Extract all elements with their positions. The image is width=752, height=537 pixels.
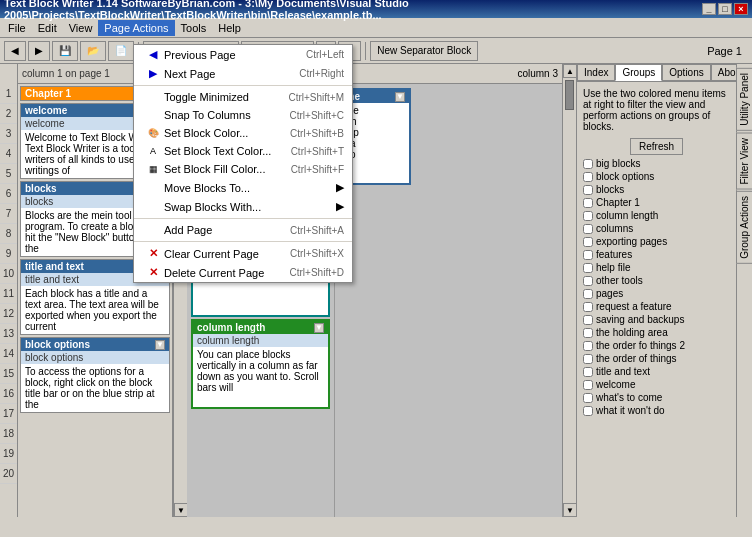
menu-swap-blocks[interactable]: Swap Blocks With... ▶ — [134, 197, 352, 216]
checkbox-help-file[interactable]: help file — [581, 261, 732, 274]
clear-page-label: Clear Current Page — [164, 248, 259, 260]
center-scrollbar: ▲ ▼ — [562, 64, 576, 517]
checkbox-holding-area[interactable]: the holding area — [581, 326, 732, 339]
checkbox-other-tools[interactable]: other tools — [581, 274, 732, 287]
row-num-6: 6 — [0, 184, 17, 204]
checkbox-big-blocks[interactable]: big blocks — [581, 157, 732, 170]
snap-shortcut: Ctrl+Shift+C — [290, 110, 344, 121]
row-num-2: 2 — [0, 104, 17, 124]
tab-options[interactable]: Options — [662, 64, 710, 81]
maximize-button[interactable]: □ — [718, 3, 732, 15]
previous-page-label: Previous Page — [164, 49, 236, 61]
row-num-20: 20 — [0, 464, 17, 484]
checkbox-column-length[interactable]: column length — [581, 209, 732, 222]
title-bar: Text Block Writer 1.14 SoftwareByBrian.c… — [0, 0, 752, 18]
menu-edit[interactable]: Edit — [32, 20, 63, 36]
checkbox-exporting[interactable]: exporting pages — [581, 235, 732, 248]
vert-tab-group-actions[interactable]: Group Actions — [736, 191, 752, 264]
row-num-18: 18 — [0, 424, 17, 444]
checkbox-chapter1[interactable]: Chapter 1 — [581, 196, 732, 209]
menu-set-fill-color[interactable]: ▦ Set Block Fill Color... Ctrl+Shift+F — [134, 160, 352, 178]
checkbox-title-text[interactable]: title and text — [581, 365, 732, 378]
center-scroll-down[interactable]: ▼ — [563, 503, 577, 517]
checkbox-request-feature[interactable]: request a feature — [581, 300, 732, 313]
menu-set-block-text-color[interactable]: A Set Block Text Color... Ctrl+Shift+T — [134, 142, 352, 160]
checkbox-welcome[interactable]: welcome — [581, 378, 732, 391]
snap-label: Snap To Columns — [164, 109, 251, 121]
menu-sep-2 — [134, 218, 352, 219]
previous-page-icon: ◀ — [142, 48, 164, 61]
checkbox-saving[interactable]: saving and backups — [581, 313, 732, 326]
checkbox-order-fo-things-2[interactable]: the order fo things 2 — [581, 339, 732, 352]
vert-tab-filter[interactable]: Filter View — [736, 133, 752, 190]
tab-groups[interactable]: Groups — [615, 64, 662, 81]
toolbar-forward-button[interactable]: ▶ — [28, 41, 50, 61]
checkbox-pages[interactable]: pages — [581, 287, 732, 300]
row-num-17: 17 — [0, 404, 17, 424]
center-scroll-up[interactable]: ▲ — [563, 64, 577, 78]
block-options-title[interactable]: block options ▼ — [21, 338, 169, 351]
vertical-tabs-panel: Utility Panel Filter View Group Actions — [736, 64, 752, 517]
block-text-color-icon: A — [142, 146, 164, 156]
add-page-shortcut: Ctrl+Shift+A — [290, 225, 344, 236]
checkbox-wont-do[interactable]: what it won't do — [581, 404, 732, 417]
fill-color-icon: ▦ — [142, 164, 164, 174]
menu-set-block-color[interactable]: 🎨 Set Block Color... Ctrl+Shift+B — [134, 124, 352, 142]
right-panel: Index Groups Options About Use the two c… — [576, 64, 736, 517]
block-the-collapse[interactable]: ▼ — [395, 92, 405, 102]
menu-file[interactable]: File — [2, 20, 32, 36]
block-options-collapse[interactable]: ▼ — [155, 340, 165, 350]
page-actions-dropdown: ◀ Previous Page Ctrl+Left ▶ Next Page Ct… — [133, 44, 353, 283]
groups-description: Use the two colored menu items at right … — [581, 86, 732, 134]
new-separator-label: New Separator Block — [377, 45, 471, 56]
center-scroll-track[interactable] — [563, 78, 576, 503]
block-color-shortcut: Ctrl+Shift+B — [290, 128, 344, 139]
add-page-label: Add Page — [164, 224, 212, 236]
new-separator-button[interactable]: New Separator Block — [370, 41, 478, 61]
move-blocks-label: Move Blocks To... — [164, 182, 250, 194]
minimize-button[interactable]: _ — [702, 3, 716, 15]
menu-view[interactable]: View — [63, 20, 99, 36]
block-options-body[interactable]: To access the options for a block, right… — [21, 364, 169, 412]
checkbox-block-options[interactable]: block options — [581, 170, 732, 183]
toolbar-back-button[interactable]: ◀ — [4, 41, 26, 61]
menu-next-page[interactable]: ▶ Next Page Ctrl+Right — [134, 64, 352, 83]
menu-snap-to-columns[interactable]: Snap To Columns Ctrl+Shift+C — [134, 106, 352, 124]
checkbox-columns[interactable]: columns — [581, 222, 732, 235]
row-num-4: 4 — [0, 144, 17, 164]
menu-move-blocks[interactable]: Move Blocks To... ▶ — [134, 178, 352, 197]
toggle-min-label: Toggle Minimized — [164, 91, 249, 103]
menu-help[interactable]: Help — [212, 20, 247, 36]
left-scroll-down[interactable]: ▼ — [174, 503, 188, 517]
toolbar-new-button[interactable]: 📄 — [108, 41, 134, 61]
menu-delete-page[interactable]: ✕ Delete Current Page Ctrl+Shift+D — [134, 263, 352, 282]
tab-index[interactable]: Index — [577, 64, 615, 81]
menu-toggle-minimized[interactable]: Toggle Minimized Ctrl+Shift+M — [134, 88, 352, 106]
vert-tab-utility[interactable]: Utility Panel — [736, 68, 752, 131]
previous-page-shortcut: Ctrl+Left — [306, 49, 344, 60]
close-button[interactable]: × — [734, 3, 748, 15]
refresh-button[interactable]: Refresh — [630, 138, 683, 155]
block-column-length-body[interactable]: You can place blocks vertically in a col… — [193, 347, 328, 407]
menu-add-page[interactable]: Add Page Ctrl+Shift+A — [134, 221, 352, 239]
checkbox-order-of-things[interactable]: the order of things — [581, 352, 732, 365]
toolbar-open-button[interactable]: 📂 — [80, 41, 106, 61]
menu-previous-page[interactable]: ◀ Previous Page Ctrl+Left — [134, 45, 352, 64]
checkbox-blocks[interactable]: blocks — [581, 183, 732, 196]
next-page-icon: ▶ — [142, 67, 164, 80]
clear-page-shortcut: Ctrl+Shift+X — [290, 248, 344, 259]
checkbox-features[interactable]: features — [581, 248, 732, 261]
row-num-9: 9 — [0, 244, 17, 264]
toggle-min-shortcut: Ctrl+Shift+M — [288, 92, 344, 103]
block-column-length-title[interactable]: column length ▼ — [193, 321, 328, 334]
menu-clear-page[interactable]: ✕ Clear Current Page Ctrl+Shift+X — [134, 244, 352, 263]
col1-header: column 1 on page 1 — [22, 68, 110, 79]
block-title-text-body[interactable]: Each block has a title and a text area. … — [21, 286, 169, 334]
toolbar-save-button[interactable]: 💾 — [52, 41, 78, 61]
menu-page-actions[interactable]: Page Actions — [98, 20, 174, 36]
block-column-length-collapse[interactable]: ▼ — [314, 323, 324, 333]
menu-tools[interactable]: Tools — [175, 20, 213, 36]
next-page-shortcut: Ctrl+Right — [299, 68, 344, 79]
block-options-label: block options — [21, 351, 169, 364]
checkbox-whats-to-come[interactable]: what's to come — [581, 391, 732, 404]
